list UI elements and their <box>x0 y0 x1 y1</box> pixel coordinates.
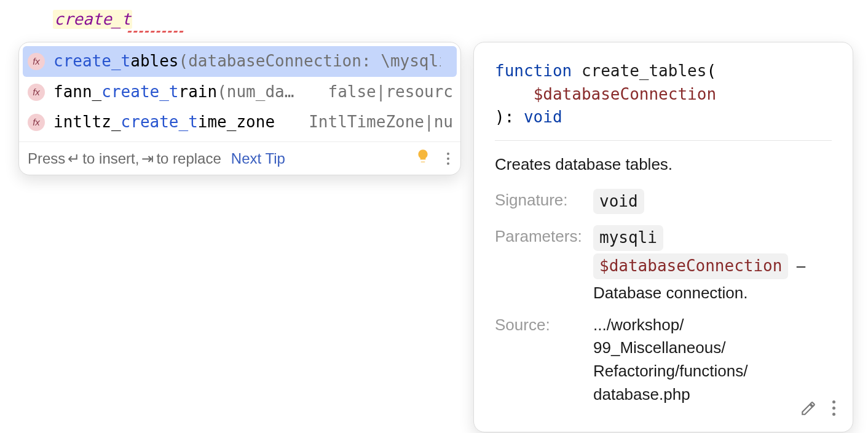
divider <box>495 140 832 141</box>
completion-type: IntlTimeZone|nu <box>296 111 453 134</box>
doc-label: Source: <box>495 314 593 337</box>
function-icon: fx <box>28 114 45 131</box>
param-type-chip: mysqli <box>593 225 663 251</box>
completion-popup: fx create_tables(databaseConnection: \my… <box>18 42 461 175</box>
completion-footer: Press ↵ to insert, ⇥ to replace Next Tip <box>19 141 460 175</box>
completion-name: intltz_create_time_zone <box>53 111 275 134</box>
completion-name: fann_create_train(num_da… <box>53 81 294 104</box>
signature-chip: void <box>593 189 644 215</box>
editor-typed-text[interactable]: create_t <box>53 10 132 29</box>
doc-row-parameters: Parameters: mysqli $databaseConnection –… <box>495 225 832 304</box>
doc-signature: function create_tables( $databaseConnect… <box>495 60 832 129</box>
function-icon: fx <box>28 84 45 101</box>
next-tip-link[interactable]: Next Tip <box>231 150 285 167</box>
param-var-chip: $databaseConnection <box>593 253 788 279</box>
more-options-icon[interactable] <box>444 150 452 167</box>
completion-hint: Press ↵ to insert, ⇥ to replace <box>28 150 221 167</box>
completion-item[interactable]: fx intltz_create_time_zone IntlTimeZone|… <box>19 107 460 138</box>
enter-key-icon: ↵ <box>68 150 80 167</box>
completion-name: create_tables(databaseConnection: \mysql… <box>53 50 441 73</box>
lightbulb-icon[interactable] <box>415 148 431 169</box>
source-path[interactable]: .../workshop/ 99_Miscellaneous/ Refactor… <box>593 314 832 407</box>
doc-label: Parameters: <box>495 225 593 248</box>
function-icon: fx <box>28 53 45 70</box>
completion-type: false|resourc <box>316 81 454 104</box>
completion-item[interactable]: fx create_tables(databaseConnection: \my… <box>23 46 457 77</box>
doc-row-signature: Signature: void <box>495 189 832 217</box>
edit-icon[interactable] <box>800 400 816 416</box>
doc-description: Creates database tables. <box>495 153 832 177</box>
doc-row-source: Source: .../workshop/ 99_Miscellaneous/ … <box>495 314 832 407</box>
more-options-icon[interactable] <box>832 400 835 416</box>
doc-popup: function create_tables( $databaseConnect… <box>473 42 853 432</box>
doc-label: Signature: <box>495 189 593 212</box>
tab-key-icon: ⇥ <box>141 150 154 167</box>
completion-item[interactable]: fx fann_create_train(num_da… false|resou… <box>19 77 460 108</box>
completion-list: fx create_tables(databaseConnection: \my… <box>19 42 460 141</box>
